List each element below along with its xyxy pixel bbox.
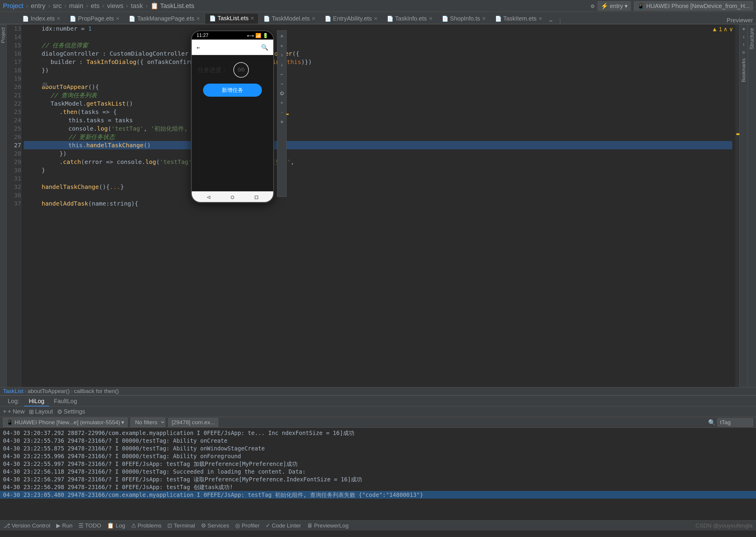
device-ctrl-vol-down[interactable]: - — [278, 108, 285, 116]
tab-close-taskinfo[interactable]: ✕ — [429, 16, 433, 21]
phone-back-btn[interactable]: ← — [197, 44, 200, 51]
tab-close-shopinfo[interactable]: ✕ — [482, 16, 486, 21]
tab-taskinfo[interactable]: 📄 TaskInfo.ets ✕ — [382, 13, 437, 24]
warning-nav-down[interactable]: ∨ — [729, 25, 734, 33]
add-task-button[interactable]: 新增任务 — [203, 84, 262, 97]
bookmark-btn-4[interactable]: ◎ — [740, 49, 747, 55]
editor-scrollbar[interactable] — [735, 24, 739, 387]
breadcrumb-callback: callback for then() — [74, 388, 119, 394]
breadcrumb-ets[interactable]: ets — [91, 2, 99, 10]
tab-faultlog[interactable]: FaultLog — [49, 396, 82, 406]
breadcrumb-entry[interactable]: entry — [31, 2, 46, 10]
tab-index[interactable]: 📄 Index.ets ✕ — [18, 13, 65, 24]
tab-tasklist[interactable]: 📄 TaskList.ets ✕ — [205, 13, 259, 24]
code-linter-item[interactable]: ✓ Code Linter — [265, 522, 301, 529]
todo-item[interactable]: ☰ TODO — [79, 522, 101, 529]
terminal-item[interactable]: ⊡ Terminal — [168, 522, 195, 529]
tab-close-tasklist[interactable]: ✕ — [250, 16, 254, 21]
terminal-label: Terminal — [173, 522, 195, 529]
tab-close-taskmanage[interactable]: ✕ — [196, 16, 200, 21]
phone-search-btn[interactable]: 🔍 — [261, 44, 268, 51]
device-ctrl-menu[interactable]: ≡ — [278, 32, 285, 40]
line-num-30: 30 — [7, 166, 21, 174]
device-ctrl-down[interactable]: ↓ — [278, 61, 285, 68]
log-search: 🔍 — [708, 418, 753, 427]
code-line-29: .catch(error => console.log('testTag', '… — [24, 158, 732, 166]
problems-item[interactable]: ⚠ Problems — [131, 522, 162, 529]
tab-overflow[interactable]: ⋯ — [547, 18, 555, 24]
tab-icon-taskitem: 📄 — [495, 16, 502, 22]
bookmark-btn-3[interactable]: ↑ — [740, 41, 747, 48]
warning-nav-up[interactable]: ∧ — [723, 25, 728, 33]
breadcrumb-src[interactable]: src — [53, 2, 61, 10]
device-ctrl-right[interactable]: → — [278, 80, 285, 87]
tab-hilog[interactable]: HiLog — [24, 396, 49, 406]
tab-log[interactable]: Log: — [3, 396, 24, 406]
tab-taskmodel[interactable]: 📄 TaskModel.ets ✕ — [259, 13, 320, 24]
phone-status-icons: ⟷ 📶 🔋 — [247, 33, 268, 38]
tab-taskmanage[interactable]: 📄 TaskManagePage.ets ✕ — [124, 13, 204, 24]
services-item[interactable]: ⚙ Services — [201, 522, 229, 529]
profiler-item[interactable]: ◎ Profiler — [235, 522, 259, 529]
code-line-24: this.tasks = tasks — [24, 116, 732, 124]
phone-nav-back[interactable]: ◁ — [207, 194, 210, 200]
tab-close-taskmodel[interactable]: ✕ — [312, 16, 316, 21]
preview-tab[interactable]: Previewer — [724, 17, 756, 24]
tab-taskitem[interactable]: 📄 TaskItem.ets ✕ — [491, 13, 547, 24]
log-content[interactable]: 04-30 23:20:37.292 28872-22996/com.examp… — [0, 428, 756, 520]
line-num-36: 36 — [7, 191, 21, 199]
tab-icon-proppage: 📄 — [70, 16, 76, 22]
tab-icon-taskinfo: 📄 — [387, 16, 393, 22]
run-item[interactable]: ▶ Run — [56, 522, 73, 529]
services-icon: ⚙ — [201, 522, 206, 529]
device-button[interactable]: 📱 HUAWEI Phone [NewDevice_from_H... — [634, 1, 753, 11]
breadcrumb-main[interactable]: main — [69, 2, 83, 10]
tab-proppage[interactable]: 📄 PropPage.ets ✕ — [65, 13, 124, 24]
version-control-item[interactable]: ⎇ Version Control — [4, 522, 50, 529]
phone-nav-home[interactable]: ○ — [231, 194, 234, 200]
log-search-input[interactable] — [717, 418, 753, 427]
bookmarks-label[interactable]: Bookmarks — [741, 58, 746, 82]
device-ctrl-left[interactable]: ← — [278, 70, 285, 78]
previewer-log-item[interactable]: 🖥 PreviewerLog — [307, 522, 348, 529]
previewer-log-icon: 🖥 — [307, 522, 313, 529]
filter-dropdown[interactable]: No filters — [131, 418, 165, 427]
tab-close-taskitem[interactable]: ✕ — [538, 16, 542, 21]
device-ctrl-wifi[interactable]: ⊕ — [278, 118, 285, 125]
device-ctrl-vol-up[interactable]: + — [278, 99, 285, 106]
tab-label-taskitem: TaskItem.ets — [503, 15, 537, 22]
bookmark-btn-2[interactable]: ↓ — [740, 33, 747, 40]
breadcrumb-views[interactable]: views — [107, 2, 123, 10]
tab-entryability[interactable]: 📄 EntryAbility.ets ✕ — [320, 13, 382, 24]
settings-button[interactable]: ⚙ Settings — [57, 408, 85, 415]
structure-label[interactable]: Structure — [749, 28, 755, 50]
log-icon: 📋 — [107, 522, 114, 529]
breadcrumb-task[interactable]: task — [131, 2, 143, 10]
code-content[interactable]: idx:number = 1 // 任务信息弹窗 dialogControlle… — [21, 24, 735, 387]
entry-button[interactable]: ⚡ entry ▾ — [597, 1, 631, 11]
new-button[interactable]: + + New — [3, 408, 25, 415]
new-label: + New — [8, 408, 25, 415]
layout-button[interactable]: ⊞ Layout — [29, 408, 53, 415]
device-select-dropdown[interactable]: 📱 HUAWEI Phone [New...e] (emulator-5554)… — [3, 418, 128, 427]
settings-icon[interactable]: ⚙ — [591, 2, 594, 10]
phone-nav-recent[interactable]: □ — [255, 194, 258, 200]
bookmark-btn-1[interactable]: ⊕ — [740, 25, 747, 32]
left-panel-sidebar: Project — [0, 24, 7, 387]
tab-close-proppage[interactable]: ✕ — [116, 16, 120, 21]
tab-more[interactable]: ⋮ — [555, 18, 565, 24]
device-ctrl-rotate[interactable]: ↻ — [278, 42, 285, 49]
tab-label-index: Index.ets — [31, 15, 55, 22]
device-ctrl-up[interactable]: ↑ — [278, 52, 285, 59]
tab-shopinfo[interactable]: 📄 ShopInfo.ts ✕ — [437, 13, 490, 24]
right-info: CSDN @youyoufengla — [696, 522, 752, 529]
breadcrumb-project[interactable]: Project — [3, 2, 23, 10]
log-item[interactable]: 📋 Log — [107, 522, 125, 529]
tab-close-entryability[interactable]: ✕ — [374, 16, 378, 21]
device-ctrl-power[interactable]: ⏻ — [278, 90, 285, 97]
code-line-16: dialogController : CustomDialogControlle… — [24, 49, 732, 58]
tab-close-index[interactable]: ✕ — [57, 16, 60, 21]
editor-container[interactable]: ▲ 1 ∧ ∨ 13 14 15 16 17 18 19 20 21 22 23… — [7, 24, 739, 387]
project-sidebar-label[interactable]: Project — [0, 27, 6, 43]
phone-app-header: ← 🔍 — [192, 40, 273, 55]
